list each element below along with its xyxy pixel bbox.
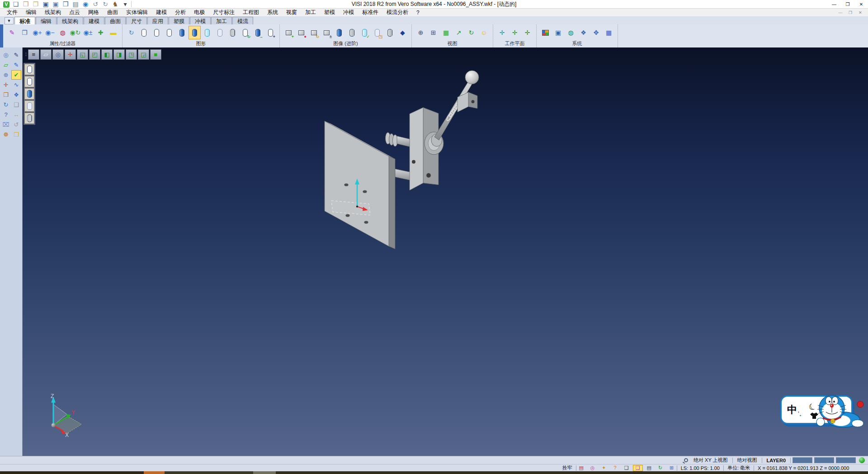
pan-icon[interactable]: ↗	[453, 26, 465, 39]
mdi-minimize-button[interactable]: —	[835, 9, 845, 16]
regen-solid-icon[interactable]: ↻	[239, 26, 251, 39]
mdi-restore-button[interactable]: ❐	[845, 9, 855, 16]
tab-molding[interactable]: 塑膜	[169, 17, 189, 24]
status-import-icon[interactable]: ❑	[622, 465, 632, 471]
tab-edit[interactable]: 编辑	[36, 17, 57, 24]
menu-standard-parts[interactable]: 标准件	[358, 8, 382, 17]
render-status-orb-icon[interactable]	[859, 457, 865, 463]
erase-pencil-icon[interactable]: ✎	[11, 50, 21, 60]
help-icon[interactable]: ?	[1, 110, 11, 119]
confirm-check-icon[interactable]: ✔	[11, 70, 21, 80]
layers-books-icon[interactable]: ❒	[1, 90, 11, 100]
layer-color-swatch[interactable]	[814, 457, 834, 463]
hide-entities-icon[interactable]: ◉−	[44, 26, 56, 39]
model-refresh-icon[interactable]: ↻	[1, 100, 11, 109]
refresh-visibility-icon[interactable]: ◉↻	[69, 26, 81, 39]
move-axis-icon[interactable]: ✛	[1, 80, 11, 90]
menu-surface[interactable]: 曲面	[103, 8, 122, 17]
menu-mesh[interactable]: 网格	[84, 8, 103, 17]
open-recent-icon[interactable]: ❐	[31, 0, 40, 8]
print-icon[interactable]: ▤	[71, 0, 80, 8]
selection-zoom-icon[interactable]: ◎	[1, 50, 11, 60]
menu-solid-edit[interactable]: 实体编辑	[122, 8, 152, 17]
menu-modeling[interactable]: 建模	[152, 8, 171, 17]
status-list-icon[interactable]: ▤	[644, 465, 654, 471]
menu-help[interactable]: ?	[412, 9, 424, 16]
adv-hatch-cylinder-icon[interactable]	[384, 26, 396, 39]
menu-flow-analysis[interactable]: 模流分析	[382, 8, 412, 17]
status-grid-icon[interactable]: ⊞	[667, 465, 677, 471]
screen-settings-icon[interactable]: ▣	[552, 26, 564, 39]
layer-color-swatch[interactable]	[836, 457, 856, 463]
wireframe-view-icon[interactable]	[138, 26, 150, 39]
base-plate[interactable]	[325, 121, 395, 249]
filter-traffic-light-icon[interactable]: ◍	[57, 26, 69, 39]
undo-gray-icon[interactable]: ↺	[11, 120, 21, 129]
toggle-visibility-icon[interactable]: ◉±	[82, 26, 94, 39]
menu-die[interactable]: 冲模	[339, 8, 358, 17]
zoom-extents-icon[interactable]: ▦	[440, 26, 452, 39]
solid-update-icon[interactable]: →	[252, 26, 264, 39]
menu-wireframe[interactable]: 线架构	[41, 8, 65, 17]
adv-corner-cylinder-icon[interactable]: ◳	[371, 26, 383, 39]
clamp-block[interactable]	[410, 108, 443, 190]
minimize-button[interactable]: —	[827, 0, 841, 8]
menu-machining[interactable]: 加工	[301, 8, 320, 17]
ime-language-indicator[interactable]: 中	[787, 403, 797, 417]
menu-file[interactable]: 文件	[3, 8, 22, 17]
tab-die[interactable]: 冲模	[190, 17, 211, 24]
attributes-brush-icon[interactable]: ✎	[6, 26, 18, 39]
adv-add-render-icon[interactable]: +	[283, 26, 295, 39]
status-pick-icon[interactable]: ◎	[588, 465, 598, 471]
clamp-handle[interactable]	[431, 71, 479, 147]
status-help-icon[interactable]: ?	[610, 465, 620, 471]
status-stamp-icon[interactable]: ▤	[576, 465, 586, 471]
redraw-icon[interactable]: ↻	[125, 26, 137, 39]
workplane-view-icon[interactable]: ✛	[521, 26, 533, 39]
close-button[interactable]: ✕	[854, 0, 868, 8]
menu-analysis[interactable]: 分析	[171, 8, 190, 17]
tab-wireframe[interactable]: 线架构	[57, 17, 83, 24]
tab-dimension[interactable]: 尺寸	[126, 17, 147, 24]
macro-icon[interactable]: ♞	[111, 0, 120, 8]
adv-striped-cylinder-icon[interactable]	[346, 26, 358, 39]
delete-trash-icon[interactable]: ⌧	[1, 120, 11, 129]
status-solid-mode-icon[interactable]: ❑	[633, 465, 643, 471]
adv-shaded-cylinder-icon[interactable]	[333, 26, 345, 39]
hide-all-icon[interactable]: ▬	[107, 26, 119, 39]
adv-traffic-icon[interactable]: ●	[295, 26, 307, 39]
save-all-icon[interactable]: ❒	[61, 0, 70, 8]
save-as-icon[interactable]: ▣	[51, 0, 60, 8]
solid-box-icon[interactable]: ❑	[11, 100, 21, 109]
status-tools-icon[interactable]: ✦	[599, 465, 609, 471]
menu-mold[interactable]: 塑模	[320, 8, 339, 17]
tab-application[interactable]: 应用	[147, 17, 168, 24]
filter-page-icon[interactable]: ❐	[19, 26, 31, 39]
plane-select-icon[interactable]: ▱	[1, 60, 11, 70]
tab-flow[interactable]: 模流	[232, 17, 253, 24]
ime-punctuation-indicator[interactable]: ’。	[798, 410, 805, 418]
system-globe-icon[interactable]: ◍	[565, 26, 577, 39]
workplane-entity-icon[interactable]: ✛	[509, 26, 521, 39]
search-icon[interactable]	[684, 458, 688, 462]
open-image-icon[interactable]: ❒	[11, 130, 21, 139]
color-palette-icon[interactable]	[539, 26, 552, 39]
adv-toggle-icon[interactable]: ±	[321, 26, 333, 39]
dashed-hidden-view-icon[interactable]	[163, 26, 175, 39]
grid-config-icon[interactable]: ▦	[603, 26, 615, 39]
zoom-window-icon[interactable]: ⊞	[427, 26, 439, 39]
visi-logo-icon[interactable]: V	[1, 0, 10, 8]
zoom-in-icon[interactable]: ⊕	[415, 26, 427, 39]
view-refresh-icon[interactable]: ↻	[465, 26, 477, 39]
snap-config-icon[interactable]: ✥	[590, 26, 602, 39]
adv-refresh-icon[interactable]: ↻	[308, 26, 320, 39]
clamp-assembly-model[interactable]	[325, 71, 479, 249]
redo-icon[interactable]: ↻	[101, 0, 110, 8]
curve-edit-icon[interactable]: ∿	[11, 80, 21, 90]
maximize-button[interactable]: ❐	[841, 0, 854, 8]
tab-standard[interactable]: 标准	[14, 17, 35, 24]
render-settings-icon[interactable]: ✦	[264, 26, 277, 39]
tab-surface[interactable]: 曲面	[105, 17, 126, 24]
menu-window[interactable]: 视窗	[282, 8, 301, 17]
sketch-pencil-icon[interactable]: ✎	[11, 60, 21, 70]
